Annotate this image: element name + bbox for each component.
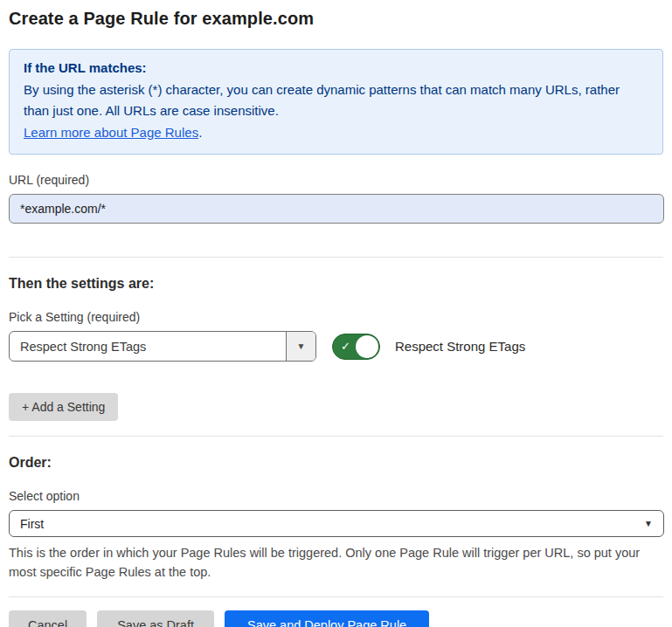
save-and-deploy-button[interactable]: Save and Deploy Page Rule xyxy=(225,610,429,627)
setting-select[interactable]: Respect Strong ETags ▼ xyxy=(9,331,316,362)
save-as-draft-button[interactable]: Save as Draft xyxy=(97,610,214,627)
setting-row: Respect Strong ETags ▼ ✓ Respect Strong … xyxy=(9,331,663,362)
divider xyxy=(9,436,663,437)
setting-select-arrow-button[interactable]: ▼ xyxy=(286,332,315,361)
check-icon: ✓ xyxy=(341,340,350,353)
order-help-text: This is the order in which your Page Rul… xyxy=(9,543,655,582)
info-box-link-line: Learn more about Page Rules. xyxy=(24,122,648,144)
add-setting-button[interactable]: + Add a Setting xyxy=(9,393,118,421)
footer-actions: Cancel Save as Draft Save and Deploy Pag… xyxy=(9,610,663,627)
url-match-info-box: If the URL matches: By using the asteris… xyxy=(9,49,663,155)
cancel-button[interactable]: Cancel xyxy=(9,610,87,627)
order-select-value: First xyxy=(20,517,644,531)
chevron-down-icon: ▼ xyxy=(297,341,306,351)
etags-toggle-label: Respect Strong ETags xyxy=(395,339,525,354)
order-section-heading: Order: xyxy=(9,455,663,471)
url-field-label: URL (required) xyxy=(9,173,663,187)
pick-setting-label: Pick a Setting (required) xyxy=(9,310,663,324)
divider xyxy=(9,257,663,258)
page-title: Create a Page Rule for example.com xyxy=(9,9,663,29)
etags-toggle-group: ✓ Respect Strong ETags xyxy=(332,334,525,360)
order-select[interactable]: First ▼ xyxy=(9,510,664,537)
page-rule-form: Create a Page Rule for example.com If th… xyxy=(0,0,672,627)
chevron-down-icon: ▼ xyxy=(644,519,653,528)
setting-select-value: Respect Strong ETags xyxy=(10,332,286,361)
link-suffix: . xyxy=(198,125,202,140)
info-box-heading: If the URL matches: xyxy=(24,58,648,79)
learn-more-link[interactable]: Learn more about Page Rules xyxy=(24,125,198,140)
divider xyxy=(9,596,663,597)
etags-toggle[interactable]: ✓ xyxy=(332,334,380,360)
info-box-body: By using the asterisk (*) character, you… xyxy=(24,79,648,122)
settings-section-heading: Then the settings are: xyxy=(9,276,663,292)
toggle-knob xyxy=(356,335,378,358)
url-input[interactable] xyxy=(9,194,664,224)
order-select-label: Select option xyxy=(9,489,663,503)
